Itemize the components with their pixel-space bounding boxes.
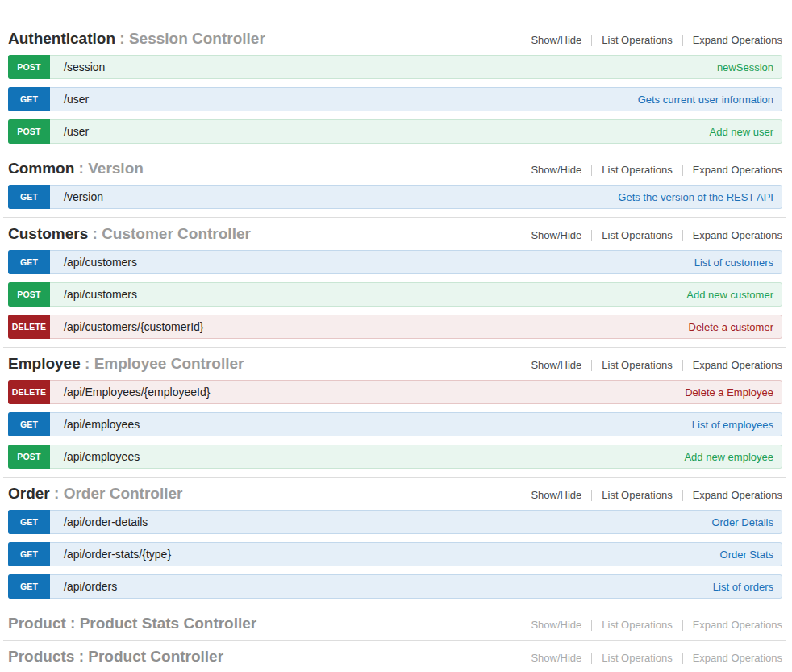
http-method-badge[interactable]: GET: [8, 250, 50, 274]
http-method-badge[interactable]: POST: [8, 119, 50, 144]
resource-controls: Show/Hide List Operations Expand Operati…: [531, 34, 782, 47]
resource-heading: Employee : Employee Controller Show/Hide…: [8, 355, 782, 373]
resource-heading: Order : Order Controller Show/Hide List …: [8, 485, 782, 503]
controls-separator: [682, 35, 683, 46]
api-resource-section: Employee : Employee Controller Show/Hide…: [8, 355, 782, 469]
list-operations-link[interactable]: List Operations: [602, 489, 672, 502]
http-method-badge[interactable]: DELETE: [8, 315, 50, 339]
http-method-badge[interactable]: POST: [8, 282, 50, 307]
operation-path-link[interactable]: /api/employees: [49, 413, 692, 436]
controls-separator: [591, 620, 592, 631]
resource-name-link[interactable]: Product: [8, 615, 66, 632]
http-method-badge[interactable]: GET: [8, 87, 50, 111]
operation-path-link[interactable]: /api/customers: [49, 283, 686, 306]
operation-path-link[interactable]: /api/orders: [49, 575, 713, 598]
http-method-badge[interactable]: POST: [8, 55, 50, 79]
operation-summary-link[interactable]: Delete a Employee: [685, 381, 782, 403]
expand-operations-link[interactable]: Expand Operations: [693, 652, 782, 665]
operation-row: GET /api/orders List of orders: [8, 574, 782, 599]
http-method-badge[interactable]: GET: [8, 185, 50, 209]
http-method-badge[interactable]: DELETE: [8, 380, 50, 404]
operation-summary-link[interactable]: Order Details: [711, 511, 782, 533]
list-operations-link[interactable]: List Operations: [602, 229, 672, 242]
http-method-badge[interactable]: GET: [8, 542, 50, 566]
resource-heading: Product : Product Stats Controller Show/…: [8, 615, 782, 632]
http-method-badge[interactable]: GET: [8, 510, 50, 534]
operation-path-link[interactable]: /session: [49, 56, 717, 78]
resource-title: Order : Order Controller: [8, 485, 182, 503]
swagger-resources-list: Authentication : Session Controller Show…: [0, 0, 792, 666]
http-method-badge[interactable]: POST: [8, 445, 50, 469]
resource-controls: Show/Hide List Operations Expand Operati…: [531, 229, 782, 242]
resource-heading: Products : Product Controller Show/Hide …: [8, 648, 782, 666]
show-hide-link[interactable]: Show/Hide: [531, 619, 581, 632]
list-operations-link[interactable]: List Operations: [602, 359, 672, 372]
list-operations-link[interactable]: List Operations: [602, 164, 672, 177]
operations-list: GET /api/customers List of customers POS…: [8, 250, 782, 339]
controls-separator: [591, 653, 592, 664]
controls-separator: [591, 230, 592, 241]
operation-path-link[interactable]: /api/order-stats/{type}: [49, 543, 720, 566]
resource-controls: Show/Hide List Operations Expand Operati…: [531, 359, 782, 372]
expand-operations-link[interactable]: Expand Operations: [693, 164, 782, 177]
operation-summary-link[interactable]: Add new customer: [686, 283, 782, 306]
list-operations-link[interactable]: List Operations: [602, 34, 672, 47]
expand-operations-link[interactable]: Expand Operations: [693, 619, 782, 632]
section-divider: [3, 217, 786, 218]
resource-controller-label: : Employee Controller: [85, 355, 244, 372]
resource-name-link[interactable]: Employee: [8, 355, 81, 372]
operation-summary-link[interactable]: List of employees: [692, 413, 782, 436]
operation-path-link[interactable]: /api/Employees/{employeeId}: [49, 381, 685, 403]
resource-name-link[interactable]: Authentication: [8, 30, 115, 47]
controls-separator: [591, 35, 592, 46]
operation-row: GET /api/customers List of customers: [8, 250, 782, 274]
operation-summary-link[interactable]: List of customers: [694, 251, 782, 273]
expand-operations-link[interactable]: Expand Operations: [693, 489, 782, 502]
controls-separator: [591, 360, 592, 371]
expand-operations-link[interactable]: Expand Operations: [693, 34, 782, 47]
show-hide-link[interactable]: Show/Hide: [531, 359, 581, 372]
operation-path-link[interactable]: /api/customers: [49, 251, 694, 273]
http-method-badge[interactable]: GET: [8, 412, 50, 436]
operation-path-link[interactable]: /user: [49, 88, 638, 111]
list-operations-link[interactable]: List Operations: [602, 619, 672, 632]
resource-heading: Customers : Customer Controller Show/Hid…: [8, 225, 782, 243]
http-method-badge[interactable]: GET: [8, 574, 50, 599]
show-hide-link[interactable]: Show/Hide: [531, 489, 581, 502]
operation-path-link[interactable]: /api/order-details: [49, 511, 711, 533]
operation-path-link[interactable]: /api/customers/{customerId}: [49, 315, 689, 338]
operations-list: GET /version Gets the version of the RES…: [8, 185, 782, 209]
operation-row: GET /api/employees List of employees: [8, 412, 782, 436]
operation-row: DELETE /api/customers/{customerId} Delet…: [8, 315, 782, 339]
show-hide-link[interactable]: Show/Hide: [531, 229, 581, 242]
operation-summary-link[interactable]: Add new employee: [684, 445, 782, 468]
show-hide-link[interactable]: Show/Hide: [531, 164, 581, 177]
operation-summary-link[interactable]: List of orders: [713, 575, 782, 598]
controls-separator: [682, 620, 683, 631]
resource-title: Product : Product Stats Controller: [8, 615, 256, 632]
resource-name-link[interactable]: Customers: [8, 225, 88, 242]
operation-path-link[interactable]: /version: [49, 186, 618, 208]
operation-row: GET /version Gets the version of the RES…: [8, 185, 782, 209]
operation-summary-link[interactable]: Gets current user information: [638, 88, 782, 111]
resource-heading: Authentication : Session Controller Show…: [8, 30, 782, 48]
operation-summary-link[interactable]: Gets the version of the REST API: [618, 186, 782, 208]
expand-operations-link[interactable]: Expand Operations: [693, 359, 782, 372]
operation-summary-link[interactable]: Order Stats: [720, 543, 782, 566]
resource-name-link[interactable]: Order: [8, 485, 50, 502]
list-operations-link[interactable]: List Operations: [602, 652, 672, 665]
resource-name-link[interactable]: Common: [8, 160, 74, 177]
operation-summary-link[interactable]: Delete a customer: [689, 315, 782, 338]
show-hide-link[interactable]: Show/Hide: [531, 652, 581, 665]
operation-summary-link[interactable]: newSession: [717, 56, 782, 78]
resource-title: Common : Version: [8, 160, 144, 177]
section-divider: [3, 152, 786, 152]
expand-operations-link[interactable]: Expand Operations: [693, 229, 782, 242]
resource-name-link[interactable]: Products: [8, 648, 74, 665]
show-hide-link[interactable]: Show/Hide: [531, 34, 581, 47]
api-resource-section: Product : Product Stats Controller Show/…: [8, 615, 782, 632]
operation-path-link[interactable]: /api/employees: [49, 445, 684, 468]
operation-path-link[interactable]: /user: [49, 120, 710, 143]
operation-row: POST /session newSession: [8, 55, 782, 79]
operation-summary-link[interactable]: Add new user: [710, 120, 782, 143]
